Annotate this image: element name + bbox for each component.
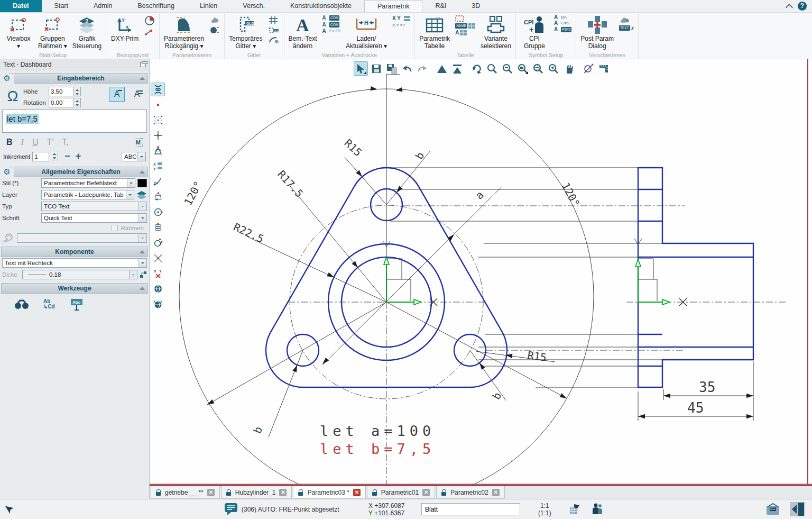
pie-icon[interactable] [144, 15, 155, 26]
spellcheck-flag-icon[interactable]: Abc [69, 298, 85, 311]
post-param-dialog-button[interactable]: Post Param Dialog [580, 14, 614, 50]
collapse-section-icon[interactable] [140, 77, 145, 80]
replace-abcd-icon[interactable]: Ab ↳Cd [43, 299, 55, 309]
rotation-spinner[interactable] [74, 98, 81, 107]
inkrement-input[interactable] [32, 152, 49, 161]
a-table-icon[interactable]: A [455, 30, 475, 35]
zoom-button[interactable] [485, 61, 499, 76]
prism-r-icon[interactable]: ? [619, 15, 634, 24]
point-cone-button[interactable] [151, 144, 165, 158]
increment-button[interactable]: + [76, 151, 81, 162]
point-delete-button[interactable] [151, 251, 165, 265]
sheet-name-input[interactable] [421, 503, 520, 515]
fill-solid-button[interactable] [435, 61, 449, 76]
prism-small-icon[interactable] [209, 15, 220, 24]
section-eingabebereich[interactable]: Eingabebereich [14, 73, 148, 84]
underline-button[interactable]: U [32, 138, 39, 147]
grafik-steuerung-button[interactable]: ? Grafik Steuerung [72, 14, 102, 50]
tab-parametric01[interactable]: Parametric01 ✕ [367, 486, 435, 499]
search-binoculars-icon[interactable] [14, 299, 30, 309]
menu-ri[interactable]: R&I [422, 0, 459, 12]
undo-button[interactable] [400, 61, 414, 76]
menu-admin[interactable]: Admin [81, 0, 125, 12]
redo-button[interactable] [415, 61, 429, 76]
refresh-button[interactable] [469, 61, 484, 76]
collapse-panel-icon[interactable] [790, 502, 805, 516]
mail-icon[interactable] [765, 503, 780, 516]
tab-parametric03[interactable]: Parametric03 * ✕ [293, 486, 365, 499]
zoom-save-button[interactable] [515, 61, 530, 76]
xy-round-icon[interactable] [209, 25, 220, 35]
snap-circle-button[interactable] [581, 61, 595, 76]
point-circle-tangent-button[interactable] [151, 236, 165, 250]
drawing-canvas[interactable]: R15 R17.5 R22.5 120° 120° a b b b R15 35… [150, 59, 812, 485]
point-curve-button[interactable] [151, 175, 165, 188]
point-globe-xy-button[interactable]: XY [151, 297, 165, 311]
grid-old-icon[interactable]: OLD [268, 26, 280, 34]
dashed-rect-icon[interactable] [455, 15, 475, 22]
schrift-select[interactable]: Quick Text [41, 213, 147, 223]
linkage-icon[interactable] [140, 271, 147, 278]
fillet-curve-icon[interactable]: FIL [268, 35, 280, 44]
a-com2-icon[interactable]: A COM [322, 22, 340, 28]
zoom-out-button[interactable] [500, 61, 514, 76]
text-x-icon[interactable]: TEXT𝑥 [619, 25, 634, 31]
xy-table-icon[interactable]: X Y [392, 15, 410, 22]
tab-parametric02[interactable]: Parametric02 ✕ [436, 486, 504, 499]
point-cone-base-button[interactable] [151, 190, 165, 204]
grid-icon[interactable] [268, 15, 280, 25]
menu-3d[interactable]: 3D [459, 0, 493, 12]
text-align-button[interactable]: A [129, 87, 145, 102]
menu-konstruktionsobjekte[interactable]: Konstruktionsobjekte [278, 0, 364, 12]
parametrik-tabelle-button[interactable]: ⋯ Parametrik Tabelle [419, 14, 450, 50]
measure-ruler-button[interactable] [596, 61, 611, 76]
a-cs-icon[interactable]: A C=S [554, 21, 571, 25]
abc-select[interactable]: ABC [122, 152, 146, 161]
italic-button[interactable]: I [21, 138, 24, 147]
layer-select[interactable]: Parametrik - Ladepunkte, Tab [41, 190, 134, 199]
a-f1f2-icon[interactable]: A F1 F2 [322, 29, 340, 33]
users-icon[interactable] [591, 503, 604, 516]
zoom-window-button[interactable] [531, 61, 545, 76]
nav-arrow-icon[interactable] [4, 504, 16, 515]
bold-button[interactable]: B [6, 138, 13, 147]
xy-query-icon[interactable]: X Y =? [392, 23, 410, 28]
close-tab-icon[interactable]: ✕ [353, 489, 361, 496]
menu-beschriftung[interactable]: Beschriftung [125, 0, 187, 12]
decrement-button[interactable]: − [64, 151, 70, 162]
section-allgemeine-eigenschaften[interactable]: Allgemeine Eigenschaften [14, 167, 148, 177]
float-window-icon[interactable] [140, 62, 146, 67]
gruppen-rahmen-button[interactable]: Gruppen Rahmen ▾ [38, 14, 67, 50]
point-globe-button[interactable] [151, 282, 165, 296]
fill-to-top-button[interactable] [450, 61, 464, 76]
cpi-gruppe-button[interactable]: CPI+ CPI Gruppe [520, 14, 549, 50]
menu-datei[interactable]: Datei [0, 0, 42, 12]
grid-hand-icon[interactable] [569, 503, 583, 516]
close-tab-icon[interactable]: ✕ [207, 489, 215, 496]
text-height-button[interactable]: A [109, 87, 125, 102]
hoehe-input[interactable] [49, 87, 74, 96]
text-input-area[interactable]: let b=7,5 [2, 110, 147, 133]
superscript-button[interactable]: T' [47, 138, 53, 147]
layers-icon[interactable] [136, 190, 147, 199]
rahmen-checkbox[interactable] [112, 225, 118, 231]
diagonal-arrow-icon[interactable] [144, 28, 155, 36]
save-as-button[interactable] [384, 61, 399, 76]
a-p1p2-icon[interactable]: A P1P2 [554, 27, 571, 32]
rotation-input[interactable] [49, 98, 74, 107]
save-button[interactable] [369, 61, 383, 76]
a-da-icon[interactable]: A D/\ [554, 15, 571, 20]
gear-icon-2[interactable]: ⚙ [1, 167, 13, 177]
subscript-button[interactable]: T, [62, 138, 68, 147]
menu-start[interactable]: Start [42, 0, 81, 12]
point-spool-button[interactable] [151, 83, 165, 96]
zoom-previous-button[interactable] [546, 61, 560, 76]
a-com-icon[interactable]: A COM [322, 15, 340, 21]
tab-getriebe[interactable]: getriebe___** ✕ [151, 486, 220, 499]
pan-hand-button[interactable] [561, 61, 576, 76]
inkrement-spinner[interactable] [51, 151, 58, 160]
temporaeres-gitter-button[interactable]: OLD Temporäres Gitter ▾ [229, 14, 262, 50]
hoehe-spinner[interactable] [74, 87, 81, 96]
omega-symbol-button[interactable]: Ω [2, 87, 23, 106]
menu-versch[interactable]: Versch. [230, 0, 278, 12]
